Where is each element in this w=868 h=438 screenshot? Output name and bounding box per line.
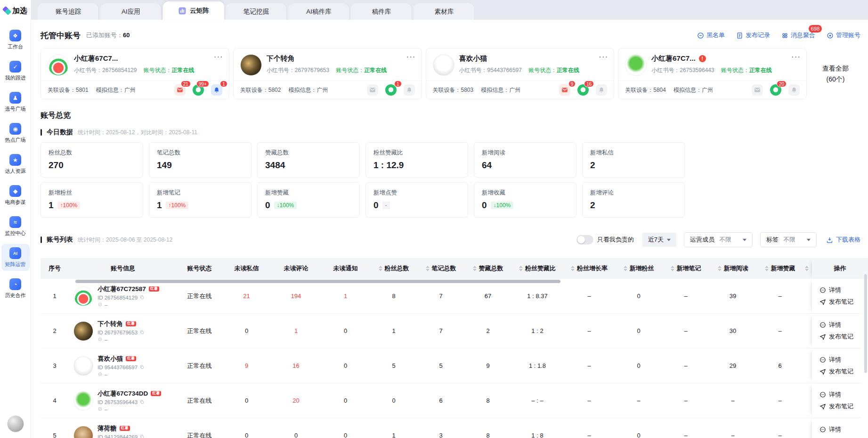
vertical-scrollbar[interactable]: [864, 274, 867, 373]
view-all-button[interactable]: 查看全部 (60个): [811, 48, 860, 99]
bell-icon-button[interactable]: [596, 84, 607, 96]
sidebar-item-2[interactable]: ✓我的跟进: [1, 57, 30, 84]
cell-unread-2: 20: [271, 383, 321, 418]
member-select[interactable]: 运营成员 不限: [684, 232, 753, 247]
column-label: 操作: [834, 264, 846, 273]
bell-icon-button[interactable]: 1: [211, 84, 222, 96]
column-header-新增阅读[interactable]: 新增阅读: [709, 258, 756, 279]
chat-icon-button[interactable]: 1: [385, 84, 397, 96]
stat-value: 0↓100%: [482, 200, 568, 211]
cell-metric-6: 0: [615, 314, 662, 348]
more-icon[interactable]: ···: [214, 52, 223, 62]
mail-icon-button[interactable]: 21: [174, 84, 186, 96]
horizontal-scrollbar[interactable]: [75, 280, 560, 283]
tab-label: 云矩阵: [190, 7, 209, 15]
column-label: 账号信息: [111, 264, 135, 273]
tab-5[interactable]: AI稿件库: [288, 3, 349, 20]
column-label: 粉丝增长率: [577, 264, 608, 273]
sidebar-item-5[interactable]: ★达人资源: [1, 151, 30, 178]
sidebar-item-6[interactable]: ◆电商参谋: [1, 182, 30, 209]
mail-icon-button[interactable]: [752, 84, 763, 96]
cell-account-info: 喜欢小猫红薯ID 95443766597–: [69, 349, 177, 383]
sidebar-item-8[interactable]: AI矩阵运营: [1, 244, 30, 271]
tab-7[interactable]: 素材库: [414, 3, 475, 20]
column-header-笔记总数[interactable]: 笔记总数: [417, 258, 464, 279]
detail-button[interactable]: 详情: [819, 425, 841, 434]
publish-note-button[interactable]: 发布笔记: [819, 298, 853, 306]
id-text: ID 94129844269: [97, 434, 138, 438]
tab-6[interactable]: 稿件库: [351, 3, 412, 20]
notification-badge: 698: [809, 25, 822, 32]
column-header-粉丝总数[interactable]: 粉丝总数: [370, 258, 417, 279]
detail-button[interactable]: 详情: [819, 356, 841, 364]
download-table-button[interactable]: 下载表格: [826, 235, 860, 244]
sort-icon: [426, 266, 430, 271]
column-header-新增赞藏[interactable]: 新增赞藏: [756, 258, 803, 279]
sidebar-item-3[interactable]: ♟选号广场: [1, 89, 30, 115]
xhs-platform-badge: 红薯: [120, 426, 130, 431]
account-card-bottom: 关联设备：5804模拟信息：广州20: [618, 81, 806, 99]
more-icon[interactable]: ···: [406, 52, 416, 62]
row-avatar: [73, 426, 93, 438]
column-header-未读评论: 未读评论: [271, 258, 321, 279]
chat-icon-button[interactable]: 20: [770, 84, 781, 96]
bell-icon: [406, 87, 413, 93]
cell-metric-1: 0: [370, 383, 417, 418]
detail-button[interactable]: 详情: [819, 286, 841, 294]
detail-label: 详情: [829, 390, 841, 399]
chat-icon-button[interactable]: 16: [577, 84, 589, 96]
only-mine-toggle[interactable]: [576, 235, 593, 244]
cell-metric-2: 3: [417, 418, 464, 438]
publish-note-button[interactable]: 发布笔记: [819, 333, 853, 341]
cell-stub: [803, 314, 812, 348]
column-header-新增粉丝[interactable]: 新增粉丝: [615, 258, 662, 279]
location-icon: [97, 302, 103, 307]
account-xhs-id: 小红书号：95443766597: [459, 66, 522, 74]
sidebar-nav: ❖工作台✓我的跟进♟选号广场◉热点广场★达人资源◆电商参谋≈监控中心AI矩阵运营…: [0, 26, 31, 302]
header-link-管理账号[interactable]: 管理账号: [827, 31, 860, 40]
tab-2[interactable]: AI应用: [100, 3, 162, 20]
sidebar-item-7[interactable]: ≈监控中心: [1, 213, 30, 240]
sidebar-item-9[interactable]: ◔历史合作: [1, 275, 30, 302]
tab-1[interactable]: 账号追踪: [38, 3, 99, 20]
bell-icon-button[interactable]: [404, 84, 415, 96]
stat-card-新增点赞: 新增点赞0-: [365, 182, 468, 218]
bell-icon-button[interactable]: [788, 84, 800, 96]
sidebar-item-1[interactable]: ❖工作台: [1, 26, 30, 53]
column-header-粉丝增长率[interactable]: 粉丝增长率: [563, 258, 615, 279]
more-icon[interactable]: ···: [791, 52, 801, 62]
column-header-新增笔记[interactable]: 新增笔记: [662, 258, 709, 279]
chat-icon-button[interactable]: 99+: [193, 84, 204, 96]
header-link-发布记录[interactable]: 发布记录: [736, 31, 770, 40]
publish-note-button[interactable]: 发布笔记: [819, 402, 853, 411]
stat-card-新增赞藏: 新增赞藏0↓100%: [257, 182, 360, 218]
cell-metric-4: – : –: [511, 383, 563, 418]
mail-icon-button[interactable]: [367, 84, 378, 96]
cell-actions: 详情发布笔记: [812, 279, 868, 313]
send-icon: [819, 333, 826, 340]
publish-note-button[interactable]: 发布笔记: [819, 367, 853, 376]
header-link-消息聚合[interactable]: 消息聚合698: [781, 31, 815, 40]
column-header-赞藏总数[interactable]: 赞藏总数: [464, 258, 511, 279]
detail-button[interactable]: 详情: [819, 390, 841, 399]
stat-label: 新增点赞: [373, 189, 460, 197]
count-badge: 1: [220, 81, 227, 87]
header-link-黑名单[interactable]: 黑名单: [697, 31, 725, 40]
tab-4[interactable]: 笔记挖掘: [226, 3, 287, 20]
date-range-select[interactable]: 近7天: [642, 233, 676, 247]
more-icon[interactable]: ···: [599, 52, 608, 62]
copy-icon: [139, 330, 145, 335]
tag-select[interactable]: 标签 不限: [760, 232, 817, 247]
row-account-id: ID 94129844269: [97, 434, 145, 438]
cell-unread-1: 0: [222, 383, 271, 418]
sidebar-item-4[interactable]: ◉热点广场: [1, 120, 30, 146]
column-header-stub[interactable]: [803, 258, 812, 279]
detail-button[interactable]: 详情: [819, 321, 841, 329]
user-avatar[interactable]: [7, 415, 24, 432]
mail-icon-button[interactable]: 9: [559, 84, 570, 96]
tab-3[interactable]: 云矩阵: [163, 1, 224, 20]
stat-value: 64: [482, 160, 568, 170]
cell-metric-8: 39: [709, 279, 756, 313]
column-header-粉丝赞藏比[interactable]: 粉丝赞藏比: [511, 258, 563, 279]
app-window: 加选 ❖工作台✓我的跟进♟选号广场◉热点广场★达人资源◆电商参谋≈监控中心AI矩…: [0, 0, 868, 438]
